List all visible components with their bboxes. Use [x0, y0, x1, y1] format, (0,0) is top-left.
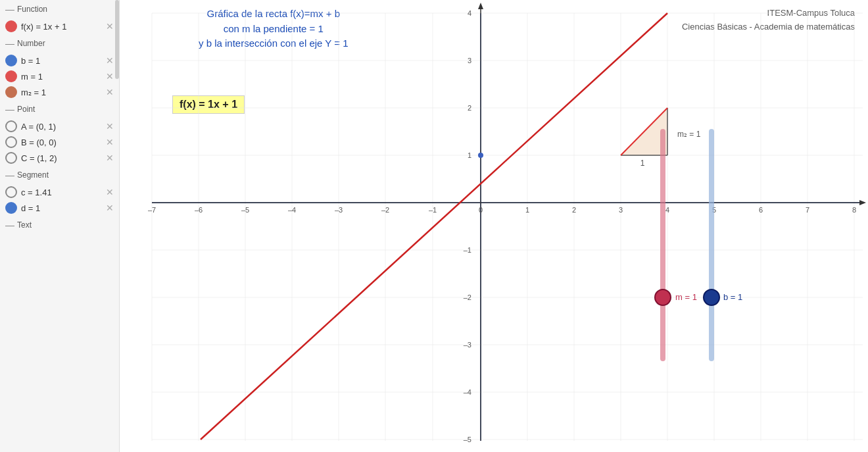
circle-icon-outline: [5, 136, 17, 148]
list-item: m = 1 ✕: [0, 68, 119, 84]
section-label-function: Function: [17, 5, 47, 14]
svg-text:–5: –5: [464, 436, 471, 443]
list-item: b = 1 ✕: [0, 53, 119, 68]
section-label-text: Text: [17, 220, 32, 230]
section-dash: —: [5, 4, 14, 14]
list-item: f(x) = 1x + 1 ✕: [0, 18, 119, 34]
svg-text:–2: –2: [464, 293, 471, 301]
svg-marker-27: [859, 200, 866, 205]
circle-icon-outline: [5, 152, 17, 164]
circle-icon-pinkbrown: [5, 86, 17, 98]
segment-c-label: c = 1.41: [21, 188, 102, 197]
list-item: B = (0, 0) ✕: [0, 134, 119, 150]
section-text: — Text: [0, 216, 119, 234]
section-label-point: Point: [17, 105, 35, 114]
y-intercept-point: [478, 153, 483, 158]
function-line: [201, 13, 667, 439]
list-item: C = (1, 2) ✕: [0, 150, 119, 166]
section-dash: —: [5, 220, 14, 230]
section-segment: — Segment: [0, 166, 119, 184]
svg-text:6: 6: [759, 206, 763, 214]
svg-marker-29: [478, 3, 483, 9]
svg-text:–4: –4: [288, 206, 296, 214]
close-icon[interactable]: ✕: [106, 88, 114, 97]
svg-text:2: 2: [468, 104, 471, 112]
svg-text:–6: –6: [195, 206, 203, 214]
svg-text:–4: –4: [464, 388, 471, 396]
b-slider-label: b = 1: [723, 292, 742, 302]
point-c-label: C = (1, 2): [21, 153, 102, 163]
svg-text:0: 0: [479, 206, 483, 214]
list-item: m₂ = 1 ✕: [0, 84, 119, 100]
section-label-number: Number: [17, 39, 45, 48]
list-item: A = (0, 1) ✕: [0, 118, 119, 134]
m-slider-label: m = 1: [675, 292, 697, 302]
close-icon[interactable]: ✕: [106, 138, 114, 147]
list-item: c = 1.41 ✕: [0, 184, 119, 200]
close-icon[interactable]: ✕: [106, 56, 114, 65]
m2-label: m₂ = 1: [21, 88, 102, 97]
b-slider-dot: [704, 289, 719, 305]
close-icon[interactable]: ✕: [106, 72, 114, 81]
close-icon[interactable]: ✕: [106, 203, 114, 213]
svg-text:–3: –3: [335, 206, 343, 214]
section-label-segment: Segment: [17, 170, 49, 180]
svg-text:–5: –5: [241, 206, 249, 214]
svg-text:3: 3: [619, 206, 623, 214]
circle-icon-red: [5, 70, 17, 82]
circle-icon-outline: [5, 186, 17, 198]
svg-text:8: 8: [852, 206, 856, 214]
svg-text:–3: –3: [464, 341, 471, 349]
circle-icon-red: [5, 20, 17, 32]
run-label: 1: [640, 159, 645, 168]
svg-text:–1: –1: [429, 206, 437, 214]
m-slider-dot: [655, 289, 671, 305]
svg-text:–1: –1: [464, 246, 471, 254]
slope-label: m₂ = 1: [677, 130, 701, 139]
point-a-label: A = (0, 1): [21, 122, 102, 132]
section-dash: —: [5, 170, 14, 180]
svg-text:1: 1: [525, 206, 529, 214]
svg-text:2: 2: [572, 206, 576, 214]
circle-icon-blue: [5, 202, 17, 214]
svg-text:1: 1: [468, 151, 471, 159]
segment-d-label: d = 1: [21, 203, 102, 213]
graph-area[interactable]: Gráfica de la recta f(x)=mx + b con m la…: [120, 0, 868, 452]
svg-text:3: 3: [468, 57, 471, 64]
section-point: — Point: [0, 100, 119, 118]
section-number: — Number: [0, 34, 119, 53]
svg-text:7: 7: [806, 206, 809, 214]
list-item: d = 1 ✕: [0, 200, 119, 216]
close-icon[interactable]: ✕: [106, 188, 114, 197]
close-icon[interactable]: ✕: [106, 22, 114, 31]
circle-icon-outline: [5, 120, 17, 132]
point-b-label: B = (0, 0): [21, 138, 102, 147]
close-icon[interactable]: ✕: [106, 153, 114, 163]
close-icon[interactable]: ✕: [106, 122, 114, 131]
svg-text:–2: –2: [381, 206, 389, 214]
section-dash: —: [5, 104, 14, 114]
m-label: m = 1: [21, 72, 102, 82]
svg-text:4: 4: [468, 9, 471, 17]
circle-icon-blue: [5, 55, 17, 66]
svg-text:–7: –7: [148, 206, 156, 214]
sidebar: — Function f(x) = 1x + 1 ✕ — Number b = …: [0, 0, 120, 452]
section-dash: —: [5, 38, 14, 49]
graph-svg[interactable]: –7 –6 –5 –4 –3 –2 –1 0 1 2 3 4 5 6 7 8 4…: [120, 0, 868, 452]
function-label: f(x) = 1x + 1: [21, 22, 102, 32]
b-label: b = 1: [21, 56, 102, 66]
svg-text:4: 4: [665, 206, 669, 214]
section-function: — Function: [0, 0, 119, 18]
